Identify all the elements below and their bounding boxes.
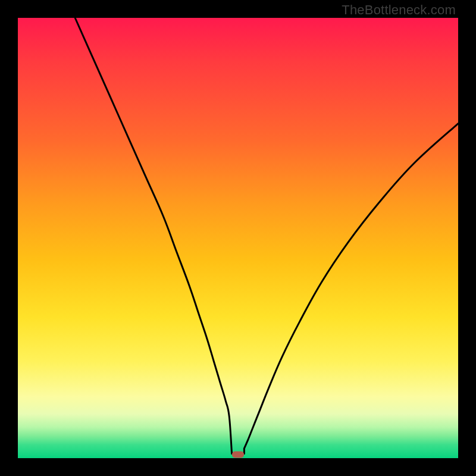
minimum-marker xyxy=(232,452,244,458)
watermark-text: TheBottleneck.com xyxy=(342,2,456,18)
chart-frame xyxy=(18,18,458,458)
bottleneck-curve xyxy=(18,18,458,458)
